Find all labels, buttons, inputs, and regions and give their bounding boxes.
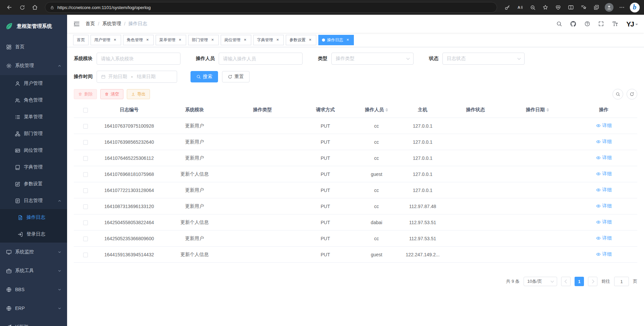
type-select[interactable]: 操作类型 [331, 53, 414, 65]
help-icon[interactable] [584, 21, 590, 27]
user-avatar[interactable]: YJ [626, 20, 638, 27]
detail-link[interactable]: 详细 [596, 203, 612, 209]
table-row[interactable]: 1641076398565232640 更新用户 PUT cc 127.0.0.… [74, 134, 637, 150]
page-size-select[interactable]: 10条/页 [524, 277, 557, 286]
tab-operation-log[interactable]: 操作日志 [318, 35, 354, 45]
next-page-button[interactable] [588, 277, 597, 286]
sidebar-item-dict-management[interactable]: 字典管理 [0, 159, 67, 176]
detail-link[interactable]: 详细 [596, 187, 612, 193]
fullscreen-icon[interactable] [598, 21, 604, 27]
table-row[interactable]: 1641077221303128064 更新用户 PUT cc 127.0.0.… [74, 182, 637, 198]
module-input[interactable] [97, 53, 180, 65]
sidebar-item-bbs[interactable]: BBS [0, 280, 67, 299]
bing-chat-button[interactable] [629, 2, 641, 13]
detail-link[interactable]: 详细 [596, 219, 612, 225]
detail-link[interactable]: 详细 [596, 171, 612, 177]
tab-home[interactable]: 首页 [73, 35, 89, 45]
table-row[interactable]: 1641076370975100928 更新用户 PUT cc 127.0.0.… [74, 118, 637, 134]
password-key-button[interactable] [501, 2, 513, 13]
sidebar-item-system-monitor[interactable]: 系统监控 [0, 243, 67, 261]
table-row[interactable]: 1642504558053822464 更新个人信息 PUT dabai 112… [74, 214, 637, 231]
table-refresh-button[interactable] [627, 89, 637, 100]
collections-button[interactable] [590, 2, 602, 13]
row-checkbox[interactable] [83, 156, 88, 161]
sidebar-item-login-log[interactable]: 登录日志 [0, 226, 67, 243]
close-icon[interactable] [210, 38, 215, 43]
sidebar-item-home[interactable]: 首页 [0, 38, 67, 56]
breadcrumb-home[interactable]: 首页 [86, 21, 95, 27]
close-icon[interactable] [145, 38, 150, 43]
sidebar-item-role-management[interactable]: 角色管理 [0, 92, 67, 109]
row-checkbox[interactable] [83, 204, 88, 209]
row-checkbox[interactable] [83, 188, 88, 193]
close-icon[interactable] [345, 38, 350, 43]
clear-button[interactable]: 清空 [100, 89, 123, 99]
sidebar-item-operation-log[interactable]: 操作日志 [0, 209, 67, 226]
row-checkbox[interactable] [83, 237, 88, 241]
col-date[interactable]: 操作日期 [505, 102, 570, 118]
zoom-out-button[interactable] [527, 2, 539, 13]
tab-param-settings[interactable]: 参数设置 [286, 35, 316, 45]
status-select[interactable]: 日志状态 [442, 53, 525, 65]
sidebar-item-system-management[interactable]: 系统管理 [0, 56, 67, 75]
close-icon[interactable] [177, 38, 182, 43]
table-search-button[interactable] [612, 89, 623, 100]
back-button[interactable] [3, 2, 15, 13]
current-page-button[interactable]: 1 [575, 277, 584, 286]
row-checkbox[interactable] [83, 140, 88, 145]
tab-dept-management[interactable]: 部门管理 [188, 35, 219, 45]
goto-page-input[interactable] [614, 277, 629, 286]
table-row[interactable]: 1641076968181075968 更新个人信息 PUT guest 127… [74, 166, 637, 182]
more-menu-button[interactable] [616, 2, 628, 13]
sidebar-item-menu-management[interactable]: 菜单管理 [0, 109, 67, 125]
search-button[interactable]: 搜索 [191, 71, 218, 82]
tab-dict-management[interactable]: 字典管理 [253, 35, 284, 45]
sidebar-item-log-management[interactable]: 日志管理 [0, 192, 67, 209]
font-size-icon[interactable] [612, 20, 619, 27]
read-aloud-button[interactable] [514, 2, 526, 13]
favorites-button[interactable] [578, 2, 590, 13]
github-icon[interactable] [570, 20, 577, 27]
sort-icon[interactable] [385, 108, 388, 112]
date-range-picker[interactable]: 开始日期 - 结束日期 [97, 71, 177, 83]
tab-menu-management[interactable]: 菜单管理 [156, 35, 186, 45]
export-button[interactable]: 导出 [127, 89, 150, 99]
browser-essentials-button[interactable] [552, 2, 564, 13]
detail-link[interactable]: 详细 [596, 235, 612, 241]
profile-button[interactable] [603, 2, 615, 13]
detail-link[interactable]: 详细 [596, 139, 612, 145]
row-checkbox[interactable] [83, 124, 88, 129]
detail-link[interactable]: 详细 [596, 123, 612, 129]
sidebar-item-post-management[interactable]: 岗位管理 [0, 142, 67, 159]
close-icon[interactable] [112, 38, 117, 43]
col-operator[interactable]: 操作人员 [354, 102, 399, 118]
close-icon[interactable] [308, 38, 313, 43]
breadcrumb-section[interactable]: 系统管理 [102, 21, 121, 27]
add-favorite-button[interactable] [539, 2, 551, 13]
tab-user-management[interactable]: 用户管理 [91, 35, 121, 45]
row-checkbox[interactable] [83, 253, 88, 257]
operator-input[interactable] [219, 53, 303, 65]
tab-post-management[interactable]: 岗位管理 [221, 35, 251, 45]
close-icon[interactable] [275, 38, 280, 43]
prev-page-button[interactable] [561, 277, 571, 286]
header-search-icon[interactable] [556, 21, 562, 27]
sidebar-item-yi-framework[interactable]: Yi框架 [0, 318, 67, 326]
tab-role-management[interactable]: 角色管理 [123, 35, 154, 45]
delete-button[interactable]: 删除 [74, 89, 97, 99]
detail-link[interactable]: 详细 [596, 251, 612, 257]
reload-button[interactable] [16, 2, 28, 13]
table-row[interactable]: 1641087313696133120 更新用户 PUT cc 112.97.8… [74, 198, 637, 214]
reset-button[interactable]: 重置 [222, 71, 250, 82]
sidebar-item-erp[interactable]: ERP [0, 299, 67, 318]
app-logo[interactable]: 意框架管理系统 [0, 15, 67, 38]
sort-icon[interactable] [546, 108, 549, 112]
row-checkbox[interactable] [83, 220, 88, 225]
browser-home-button[interactable] [29, 2, 41, 13]
sidebar-item-dept-management[interactable]: 部门管理 [0, 125, 67, 142]
table-row[interactable]: 1641076465225306112 更新用户 PUT cc 127.0.0.… [74, 150, 637, 166]
address-bar[interactable]: https://ccnetcore.com:1101/system/log/op… [45, 2, 497, 13]
split-screen-button[interactable] [565, 2, 577, 13]
row-checkbox[interactable] [83, 172, 88, 177]
table-row[interactable]: 1642505235366809600 更新用户 PUT cc 112.97.5… [74, 231, 637, 247]
